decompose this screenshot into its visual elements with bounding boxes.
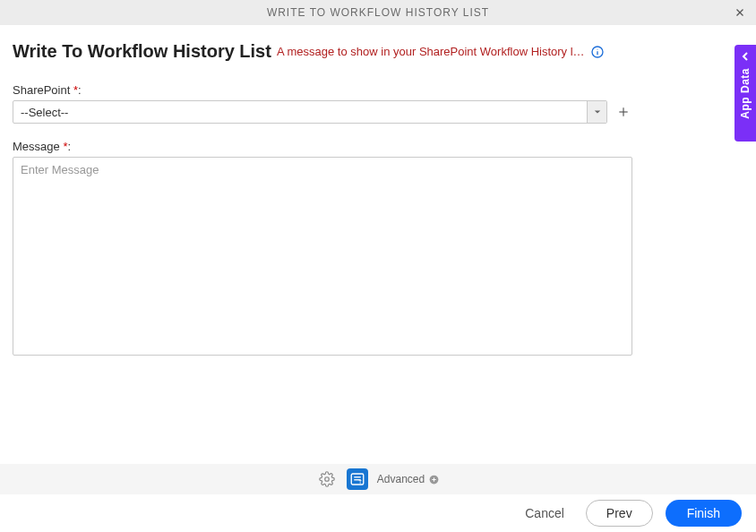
message-label-text: Message xyxy=(13,140,60,153)
svg-point-7 xyxy=(325,477,330,482)
prev-button[interactable]: Prev xyxy=(586,500,653,527)
sharepoint-select-value: --Select-- xyxy=(13,101,587,123)
dialog-title: WRITE TO WORKFLOW HISTORY LIST xyxy=(0,6,756,19)
cancel-button[interactable]: Cancel xyxy=(516,501,573,526)
sharepoint-label: SharePoint *: xyxy=(13,83,743,97)
message-input[interactable] xyxy=(13,157,632,356)
sharepoint-select[interactable]: --Select-- xyxy=(13,100,607,124)
form-view-button[interactable]: T xyxy=(347,468,368,490)
gear-icon xyxy=(319,471,335,487)
finish-button[interactable]: Finish xyxy=(666,500,742,527)
advanced-toggle[interactable]: Advanced xyxy=(377,473,440,485)
svg-rect-8 xyxy=(351,474,364,485)
settings-button[interactable] xyxy=(316,468,338,490)
info-icon[interactable] xyxy=(590,45,605,59)
page-title: Write To Workflow History List xyxy=(13,41,271,62)
message-label: Message *: xyxy=(13,140,632,153)
advanced-label-text: Advanced xyxy=(377,473,425,485)
close-icon xyxy=(734,6,746,19)
title-row: Write To Workflow History List A message… xyxy=(13,41,743,62)
chevron-left-icon xyxy=(741,52,750,61)
form-icon: T xyxy=(349,471,365,487)
sharepoint-row: --Select-- xyxy=(13,100,632,124)
label-colon: : xyxy=(78,83,82,97)
message-field: Message *: xyxy=(13,140,632,359)
app-data-tab-label: App Data xyxy=(739,68,752,119)
dialog-body: Write To Workflow History List A message… xyxy=(0,25,756,359)
plus-circle-icon xyxy=(428,474,440,485)
app-data-tab[interactable]: App Data xyxy=(735,45,756,142)
label-colon: : xyxy=(67,140,71,153)
bottom-toolbar: T Advanced xyxy=(0,464,756,494)
chevron-down-icon xyxy=(594,108,601,116)
add-sharepoint-button[interactable] xyxy=(614,103,632,121)
plus-icon xyxy=(617,106,630,118)
sharepoint-select-caret[interactable] xyxy=(587,101,606,123)
dialog-header: WRITE TO WORKFLOW HISTORY LIST xyxy=(0,0,756,25)
close-button[interactable] xyxy=(731,4,749,21)
svg-point-4 xyxy=(597,48,597,49)
page-description: A message to show in your SharePoint Wor… xyxy=(277,45,585,58)
sharepoint-label-text: SharePoint xyxy=(13,83,70,97)
action-bar: Cancel Prev Finish xyxy=(0,494,756,532)
